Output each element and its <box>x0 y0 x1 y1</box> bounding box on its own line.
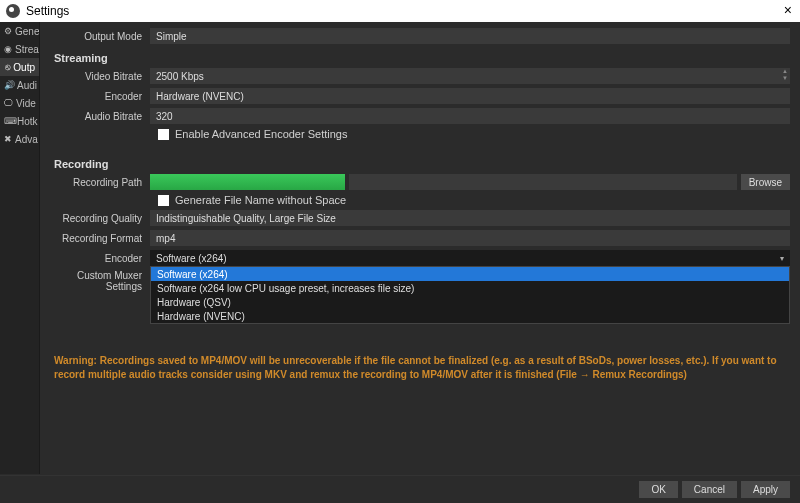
output-mode-select[interactable]: Simple <box>150 28 790 44</box>
audio-bitrate-select[interactable]: 320 <box>150 108 790 124</box>
recording-encoder-select[interactable]: Software (x264) ▾ Software (x264) Softwa… <box>150 250 790 266</box>
streaming-title: Streaming <box>54 52 790 64</box>
encoder-option[interactable]: Hardware (QSV) <box>151 295 789 309</box>
ok-button[interactable]: OK <box>639 481 677 498</box>
output-mode-label: Output Mode <box>50 31 150 42</box>
sidebar-item-hotkeys[interactable]: ⌨Hotk <box>0 112 39 130</box>
gear-icon: ⚙ <box>4 26 12 36</box>
video-icon: 🖵 <box>4 98 13 108</box>
adv-encoder-checkbox[interactable] <box>158 129 169 140</box>
encoder-option[interactable]: Hardware (NVENC) <box>151 309 789 323</box>
recording-path-input[interactable] <box>150 174 345 190</box>
sidebar-item-general[interactable]: ⚙Gene <box>0 22 39 40</box>
content-panel: Output Mode Simple Streaming Video Bitra… <box>40 22 800 474</box>
titlebar: Settings × <box>0 0 800 22</box>
sidebar-item-stream[interactable]: ◉Strea <box>0 40 39 58</box>
sidebar-item-audio[interactable]: 🔊Audi <box>0 76 39 94</box>
recording-format-label: Recording Format <box>50 233 150 244</box>
hotkey-icon: ⌨ <box>4 116 14 126</box>
recording-quality-select[interactable]: Indistinguishable Quality, Large File Si… <box>150 210 790 226</box>
video-bitrate-input[interactable]: 2500 Kbps▲▼ <box>150 68 790 84</box>
app-icon <box>6 4 20 18</box>
footer: OK Cancel Apply <box>0 475 800 503</box>
encoder-option[interactable]: Software (x264 low CPU usage preset, inc… <box>151 281 789 295</box>
cancel-button[interactable]: Cancel <box>682 481 737 498</box>
recording-quality-label: Recording Quality <box>50 213 150 224</box>
filename-label: Generate File Name without Space <box>175 194 346 206</box>
sidebar: ⚙Gene ◉Strea ⎋Outp 🔊Audi 🖵Vide ⌨Hotk ✖Ad… <box>0 22 40 474</box>
window-title: Settings <box>26 4 69 18</box>
recording-format-select[interactable]: mp4 <box>150 230 790 246</box>
muxer-label: Custom Muxer Settings <box>50 270 150 292</box>
recording-title: Recording <box>54 158 790 170</box>
apply-button[interactable]: Apply <box>741 481 790 498</box>
close-icon[interactable]: × <box>784 2 792 18</box>
stream-encoder-label: Encoder <box>50 91 150 102</box>
filename-checkbox[interactable] <box>158 195 169 206</box>
encoder-dropdown: Software (x264) Software (x264 low CPU u… <box>150 266 790 324</box>
warning-text: Warning: Recordings saved to MP4/MOV wil… <box>54 354 786 382</box>
adv-encoder-label: Enable Advanced Encoder Settings <box>175 128 347 140</box>
encoder-option[interactable]: Software (x264) <box>151 267 789 281</box>
stream-icon: ◉ <box>4 44 12 54</box>
recording-encoder-label: Encoder <box>50 253 150 264</box>
spinner-icon[interactable]: ▲▼ <box>782 68 788 82</box>
audio-bitrate-label: Audio Bitrate <box>50 111 150 122</box>
recording-path-label: Recording Path <box>50 177 150 188</box>
audio-icon: 🔊 <box>4 80 14 90</box>
advanced-icon: ✖ <box>4 134 12 144</box>
sidebar-item-advanced[interactable]: ✖Adva <box>0 130 39 148</box>
video-bitrate-label: Video Bitrate <box>50 71 150 82</box>
output-icon: ⎋ <box>4 62 10 72</box>
stream-encoder-select[interactable]: Hardware (NVENC) <box>150 88 790 104</box>
browse-button[interactable]: Browse <box>741 174 790 190</box>
sidebar-item-output[interactable]: ⎋Outp <box>0 58 39 76</box>
sidebar-item-video[interactable]: 🖵Vide <box>0 94 39 112</box>
chevron-down-icon: ▾ <box>780 254 784 263</box>
